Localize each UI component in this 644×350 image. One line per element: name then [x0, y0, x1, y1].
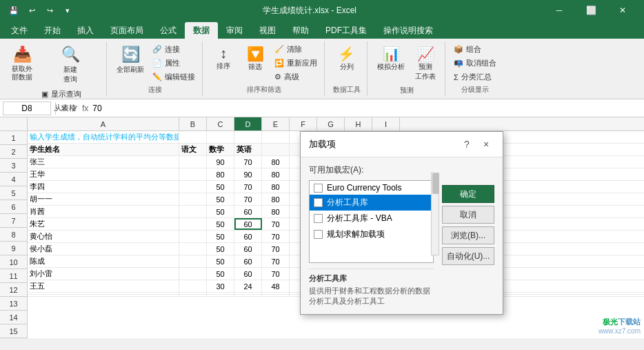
- cell-C11[interactable]: 50: [207, 255, 234, 267]
- col-header-H[interactable]: H: [345, 117, 372, 130]
- cell-C3[interactable]: 90: [207, 156, 234, 168]
- cell-D2[interactable]: 英语: [234, 144, 262, 155]
- cell-B7[interactable]: [179, 206, 207, 217]
- cell-C14[interactable]: [207, 293, 234, 294]
- cell-E13[interactable]: 48: [262, 280, 290, 292]
- properties-btn[interactable]: 📄 属性: [150, 57, 198, 70]
- row-header-12[interactable]: 12: [0, 283, 27, 297]
- cell-B1[interactable]: [179, 131, 207, 143]
- tab-data[interactable]: 数据: [185, 22, 218, 39]
- restore-btn[interactable]: ⬜: [575, 0, 607, 21]
- cell-B14[interactable]: [179, 293, 207, 294]
- forecast-sheet-btn[interactable]: 📈 预测工作表: [410, 43, 441, 84]
- group-btn[interactable]: 📦 组合: [451, 43, 499, 56]
- col-header-D[interactable]: D: [234, 117, 262, 130]
- cell-D13[interactable]: 24: [234, 280, 262, 292]
- cell-E4[interactable]: 80: [262, 168, 290, 180]
- get-external-data-btn[interactable]: 📥 获取外部数据: [7, 43, 37, 84]
- formula-input[interactable]: 70: [91, 102, 641, 115]
- cell-E8[interactable]: 70: [262, 218, 290, 230]
- dialog-ok-btn[interactable]: 确定: [442, 185, 494, 203]
- sort-btn[interactable]: ↕️ 排序: [208, 43, 239, 74]
- row-header-11[interactable]: 11: [0, 269, 27, 283]
- cell-D6[interactable]: 70: [234, 193, 262, 205]
- cell-A5[interactable]: 李四: [28, 181, 179, 193]
- cell-A7[interactable]: 肖茜: [28, 206, 179, 217]
- addin-checkbox-solver[interactable]: [314, 230, 323, 239]
- cell-D10[interactable]: 60: [234, 243, 262, 255]
- dialog-cancel-btn[interactable]: 取消: [442, 206, 494, 224]
- cell-D11[interactable]: 60: [234, 255, 262, 267]
- addin-item-solver[interactable]: 规划求解加载项: [310, 226, 433, 242]
- list-scrollbar[interactable]: [431, 173, 439, 255]
- row-header-10[interactable]: 10: [0, 255, 27, 269]
- cell-B9[interactable]: [179, 231, 207, 242]
- cell-D5[interactable]: 70: [234, 181, 262, 193]
- cell-D9[interactable]: 60: [234, 231, 262, 242]
- addins-list[interactable]: Euro Currency Tools 分析工具库 分析工具库 - VBA 规划…: [309, 180, 434, 263]
- col-header-E[interactable]: E: [262, 117, 290, 130]
- cell-C5[interactable]: 50: [207, 181, 234, 193]
- show-query-btn[interactable]: ▣ 显示查询: [39, 88, 102, 101]
- connections-btn[interactable]: 🔗 连接: [150, 43, 198, 56]
- dialog-help-btn[interactable]: ?: [459, 136, 475, 153]
- tab-view[interactable]: 视图: [251, 22, 284, 39]
- addin-checkbox-analysis[interactable]: [314, 198, 323, 207]
- addin-item-euro[interactable]: Euro Currency Tools: [310, 181, 433, 195]
- row-header-7[interactable]: 7: [0, 214, 27, 228]
- cell-B15[interactable]: [179, 295, 207, 296]
- cell-D14[interactable]: [234, 293, 262, 294]
- cell-C6[interactable]: 50: [207, 193, 234, 205]
- cell-B4[interactable]: [179, 168, 207, 180]
- row-header-13[interactable]: 13: [0, 297, 27, 311]
- cell-E15[interactable]: [262, 295, 290, 296]
- undo-quick-btn[interactable]: ↩: [23, 2, 40, 19]
- redo-quick-btn[interactable]: ↪: [41, 2, 58, 19]
- minimize-btn[interactable]: ─: [543, 0, 575, 21]
- refresh-all-btn[interactable]: 🔄 全部刷新: [112, 43, 148, 77]
- row-header-9[interactable]: 9: [0, 242, 27, 255]
- cell-B10[interactable]: [179, 243, 207, 255]
- row-header-6[interactable]: 6: [0, 200, 27, 214]
- cell-D1[interactable]: [234, 131, 262, 143]
- tab-review[interactable]: 审阅: [218, 22, 251, 39]
- cell-C2[interactable]: 数学: [207, 144, 234, 155]
- what-if-btn[interactable]: 📊 模拟分析: [373, 43, 409, 75]
- cell-C4[interactable]: 80: [207, 168, 234, 180]
- cell-A3[interactable]: 张三: [28, 156, 179, 168]
- cell-E12[interactable]: 70: [262, 268, 290, 280]
- cell-E9[interactable]: 70: [262, 231, 290, 242]
- new-query-btn[interactable]: 🔍 新建查询: [39, 43, 102, 87]
- list-scrollbar-thumb[interactable]: [432, 173, 439, 194]
- addin-item-analysis[interactable]: 分析工具库: [310, 195, 433, 211]
- save-quick-btn[interactable]: 💾: [6, 2, 22, 19]
- row-header-2[interactable]: 2: [0, 145, 27, 159]
- close-btn[interactable]: ✕: [607, 0, 638, 21]
- tab-insert[interactable]: 插入: [69, 22, 102, 39]
- dialog-browse-btn[interactable]: 浏览(B)...: [442, 226, 494, 244]
- dialog-close-btn[interactable]: ×: [478, 136, 494, 153]
- cell-E6[interactable]: 80: [262, 193, 290, 205]
- col-header-F[interactable]: F: [290, 117, 317, 130]
- cell-B11[interactable]: [179, 255, 207, 267]
- cell-A13[interactable]: 王五: [28, 280, 179, 292]
- cell-C7[interactable]: 50: [207, 206, 234, 217]
- tab-file[interactable]: 文件: [3, 22, 36, 39]
- cell-D3[interactable]: 70: [234, 156, 262, 168]
- customize-quick-btn[interactable]: ▾: [59, 2, 76, 19]
- col-header-C[interactable]: C: [207, 117, 234, 130]
- cell-E10[interactable]: 70: [262, 243, 290, 255]
- subtotal-btn[interactable]: Σ 分类汇总: [451, 70, 499, 84]
- tab-page-layout[interactable]: 页面布局: [102, 22, 152, 39]
- name-box[interactable]: D8: [3, 101, 51, 115]
- cell-C12[interactable]: 50: [207, 268, 234, 280]
- cell-A8[interactable]: 朱艺: [28, 218, 179, 230]
- insert-function-icon[interactable]: fx: [82, 104, 88, 113]
- cell-B5[interactable]: [179, 181, 207, 193]
- cell-D8[interactable]: 60: [234, 218, 262, 230]
- reapply-btn[interactable]: 🔁 重新应用: [272, 57, 320, 70]
- cell-C15[interactable]: [207, 295, 234, 296]
- tab-pdf[interactable]: PDF工具集: [317, 22, 375, 39]
- addin-item-vba[interactable]: 分析工具库 - VBA: [310, 211, 433, 226]
- row-header-3[interactable]: 3: [0, 159, 27, 173]
